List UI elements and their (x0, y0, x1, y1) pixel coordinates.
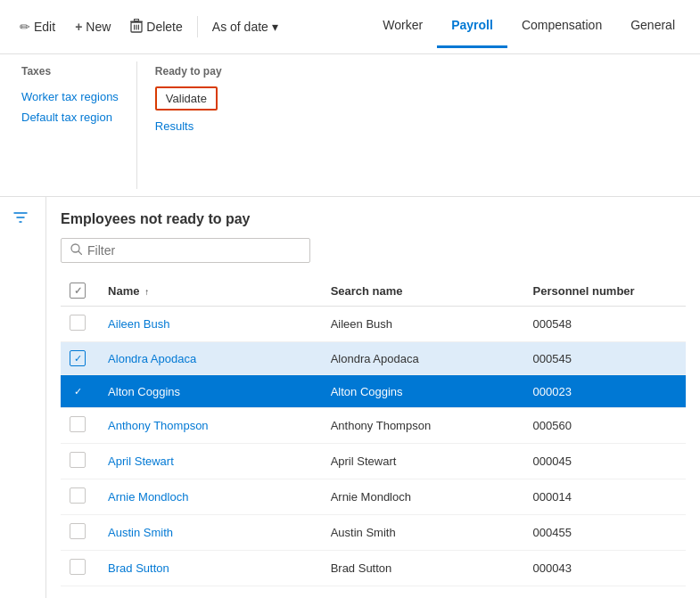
row-checkbox-cell (61, 444, 99, 479)
row-checkbox[interactable] (70, 559, 86, 575)
edit-icon: ✏ (20, 20, 30, 34)
check-icon: ✓ (74, 285, 82, 297)
row-checkbox[interactable]: ✓ (70, 350, 86, 366)
default-tax-region-link[interactable]: Default tax region (21, 107, 119, 127)
tab-worker[interactable]: Worker (368, 5, 437, 48)
section-title: Employees not ready to pay (61, 211, 686, 227)
employee-name-link[interactable]: Aileen Bush (108, 317, 169, 331)
delete-label: Delete (146, 20, 182, 34)
header-personnel-number[interactable]: Personnel number (524, 275, 687, 307)
row-search-name: Alondra Apodaca (322, 342, 524, 375)
row-name: Anthony Thompson (99, 408, 322, 444)
row-name: Arnie Mondloch (99, 479, 322, 515)
chevron-down-icon: ▾ (272, 20, 278, 34)
subnav: Taxes Worker tax regions Default tax reg… (0, 54, 700, 197)
row-name: Brad Sutton (99, 551, 322, 586)
as-of-date-label: As of date (212, 20, 268, 34)
row-name: Aileen Bush (99, 307, 322, 342)
row-checkbox[interactable] (70, 315, 86, 331)
toolbar-divider (197, 16, 198, 37)
header-name[interactable]: Name ↑ (99, 275, 322, 307)
new-label: New (86, 20, 111, 34)
row-personnel-number: 000548 (524, 307, 687, 342)
plus-icon: + (75, 20, 82, 34)
as-of-date-button[interactable]: As of date ▾ (203, 14, 287, 39)
row-checkbox[interactable] (70, 452, 86, 468)
row-search-name: Arnie Mondloch (322, 479, 524, 515)
row-search-name: April Stewart (322, 444, 524, 479)
row-search-name: Brad Sutton (322, 551, 524, 586)
select-all-checkbox[interactable]: ✓ (70, 283, 86, 299)
row-personnel-number: 000014 (524, 479, 687, 515)
row-name: Austin Smith (99, 515, 322, 551)
filter-input[interactable] (87, 243, 301, 258)
table-row: ✓ Alton Coggins Alton Coggins 000023 (61, 375, 686, 408)
new-button[interactable]: + New (66, 14, 119, 39)
edit-button[interactable]: ✏ Edit (11, 14, 64, 39)
header-checkbox-cell: ✓ (61, 275, 99, 307)
tab-payroll[interactable]: Payroll (437, 5, 507, 48)
delete-icon (130, 19, 143, 36)
employee-name-link[interactable]: Brad Sutton (108, 561, 169, 575)
employee-name-link[interactable]: Arnie Mondloch (108, 490, 188, 504)
row-checkbox[interactable] (70, 487, 86, 504)
validate-button[interactable]: Validate (155, 86, 218, 111)
table-row: Aileen Bush Aileen Bush 000548 (61, 307, 686, 342)
tab-general[interactable]: General (616, 5, 689, 48)
table-row: Arnie Mondloch Arnie Mondloch 000014 (61, 479, 686, 515)
svg-line-7 (78, 251, 82, 255)
row-checkbox[interactable]: ✓ (70, 383, 86, 399)
row-search-name: Austin Smith (322, 515, 524, 551)
taxes-title: Taxes (21, 65, 119, 78)
delete-button[interactable]: Delete (121, 13, 191, 41)
row-personnel-number: 000045 (524, 444, 687, 479)
sort-asc-icon: ↑ (144, 287, 149, 297)
row-name: April Stewart (99, 444, 322, 479)
row-personnel-number: 000545 (524, 342, 687, 375)
filter-panel (0, 197, 46, 598)
edit-label: Edit (34, 20, 55, 34)
row-checkbox[interactable] (70, 523, 86, 539)
employee-name-link[interactable]: Anthony Thompson (108, 419, 209, 432)
employee-name-link[interactable]: April Stewart (108, 455, 174, 468)
toolbar-actions: ✏ Edit + New Delete As of date (11, 13, 287, 41)
row-name: Alton Coggins (99, 375, 322, 408)
svg-rect-5 (135, 19, 139, 20)
employee-name-link[interactable]: Austin Smith (108, 526, 173, 539)
svg-rect-2 (136, 24, 137, 29)
row-checkbox-cell: ✓ (61, 375, 99, 408)
ready-to-pay-title: Ready to pay (155, 65, 222, 78)
taxes-section: Taxes Worker tax regions Default tax reg… (11, 54, 136, 196)
row-name: Alondra Apodaca (99, 342, 322, 375)
row-checkbox-cell (61, 307, 99, 342)
row-checkbox-cell (61, 408, 99, 444)
filter-input-wrapper (61, 238, 310, 263)
row-checkbox-cell (61, 515, 99, 551)
row-search-name: Anthony Thompson (322, 408, 524, 444)
content-area: Employees not ready to pay ✓ (46, 197, 700, 598)
employee-name-link[interactable]: Alondra Apodaca (108, 352, 196, 365)
row-search-name: Aileen Bush (322, 307, 524, 342)
results-link[interactable]: Results (155, 116, 222, 136)
row-personnel-number: 000043 (524, 551, 687, 586)
employee-name-link[interactable]: Alton Coggins (108, 385, 180, 398)
row-search-name: Alton Coggins (322, 375, 524, 408)
toolbar: ✏ Edit + New Delete As of date (0, 0, 700, 54)
table-header-row: ✓ Name ↑ Search name Personnel number (61, 275, 686, 307)
tab-compensation[interactable]: Compensation (507, 5, 616, 48)
row-checkbox-cell (61, 551, 99, 586)
svg-rect-3 (138, 24, 139, 29)
table-row: ✓ Alondra Apodaca Alondra Apodaca 000545 (61, 342, 686, 375)
table-row: Brad Sutton Brad Sutton 000043 (61, 551, 686, 586)
row-checkbox-cell (61, 479, 99, 515)
row-checkbox[interactable] (70, 416, 86, 432)
table-row: Austin Smith Austin Smith 000455 (61, 515, 686, 551)
filter-icon[interactable] (12, 211, 29, 229)
worker-tax-regions-link[interactable]: Worker tax regions (21, 86, 119, 107)
header-search-name[interactable]: Search name (322, 275, 524, 307)
main-content: Employees not ready to pay ✓ (0, 197, 700, 598)
main-tabs: Worker Payroll Compensation General (368, 5, 689, 48)
table-row: Anthony Thompson Anthony Thompson 000560 (61, 408, 686, 444)
svg-rect-1 (134, 24, 135, 29)
table-row: April Stewart April Stewart 000045 (61, 444, 686, 479)
